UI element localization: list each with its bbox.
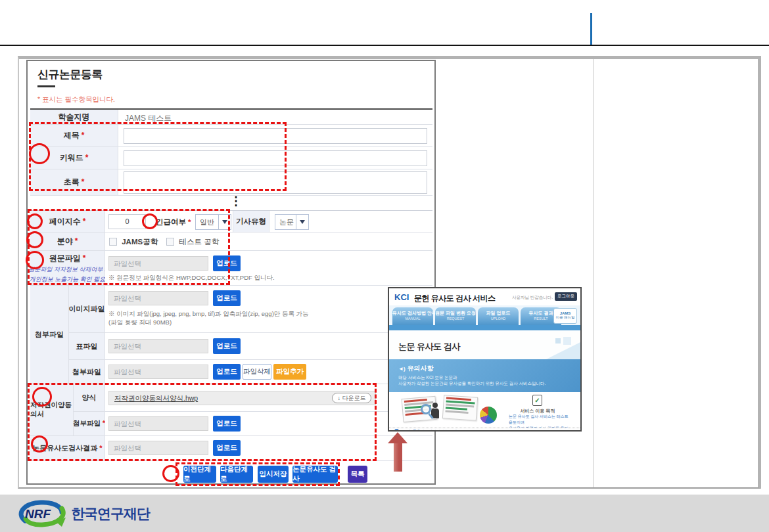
chevron-down-icon — [300, 220, 305, 224]
truncation-ellipsis: ⋮ — [230, 194, 242, 208]
annotation-box-middle-fields — [28, 209, 230, 285]
attach-file-label: 첨부파일 — [72, 367, 101, 377]
manual-page: 신규논문등록 * 표시는 필수항목입니다. 학술지명 JAMS 테스트 제목* … — [0, 0, 769, 532]
heading-underline — [37, 85, 55, 87]
red-arrow-up-icon — [388, 432, 408, 443]
attach-file-input[interactable]: 파일선택 — [108, 365, 208, 379]
pie-chart-icon — [480, 407, 497, 424]
list-button[interactable]: 목록 — [348, 466, 367, 483]
nrf-logo: NRF — [16, 499, 70, 528]
attachment-group-label: 첨부파일 — [30, 286, 69, 384]
panel-column-divider — [593, 59, 594, 487]
top-divider-line — [0, 45, 769, 46]
image-file-row: 이미지파일 파일선택 업로드 ※ 이미지 파일(jpg, jpeg, png, … — [69, 286, 432, 333]
tab-convert-request[interactable]: 원문 파일 변환 요청 REQUEST — [435, 307, 476, 325]
annotation-circle-similarity-result — [31, 435, 48, 453]
required-fields-note: * 표시는 필수항목입니다. — [37, 95, 115, 104]
info-icon: i — [394, 429, 399, 432]
popup-heading: 논문 유사도 검사 — [398, 341, 460, 353]
table-file-input[interactable]: 파일선택 — [108, 339, 208, 353]
table-upload-button[interactable]: 업로드 — [213, 338, 241, 354]
file-add-button[interactable]: 파일추가 — [273, 364, 306, 380]
header-accent-line — [590, 13, 592, 45]
article-type-value: 논문 — [275, 215, 296, 229]
annotation-circle-pages — [27, 213, 43, 229]
footer: NRF 한국연구재단 — [0, 495, 769, 532]
attach-file-row: 첨부파일 파일선택 업로드 파일삭제 파일추가 — [69, 360, 432, 384]
annotation-circle-urgency — [142, 213, 158, 229]
kci-similarity-popup: KCI 문헌 유사도 검사 서비스 사용자님 반갑습니다. 로그아웃 유사도 검… — [388, 287, 582, 432]
page-title: 신규논문등록 — [37, 67, 103, 82]
organization-name: 한국연구재단 — [71, 504, 150, 523]
article-type-select[interactable]: 논문 — [275, 214, 309, 230]
annotation-circle-keyword — [29, 143, 50, 164]
table-file-row: 표파일 파일선택 업로드 — [69, 333, 432, 360]
image-upload-button[interactable]: 업로드 — [213, 290, 241, 306]
notice-line-2: 사용자가 작성한 논문간의 유사성을 확인하기 위한 유사도 검사 서비스입니다… — [398, 381, 546, 387]
notice-line-1: 해당 서비스는 KCI 보유 논문과 — [398, 375, 457, 381]
annotation-box-copyright — [28, 383, 377, 461]
annotation-circle-field — [26, 231, 43, 248]
attach-upload-button[interactable]: 업로드 — [213, 364, 241, 380]
image-note-1: ※ 이미지 파일(jpg, jpeg, png, bmp, tif)과 압축파일… — [108, 310, 309, 319]
popup-tab-bar: 유사도 검사방법 안내 MANUAL 원문 파일 변환 요청 REQUEST 파… — [389, 305, 580, 325]
annotation-circle-copyright-form — [32, 387, 52, 407]
kci-intro-link[interactable]: KCI 논문유사도검사서비스 소개 — [401, 429, 457, 432]
popup-header: KCI 문헌 유사도 검사 서비스 사용자님 반갑습니다. 로그아웃 — [389, 288, 580, 305]
hero-decoration — [563, 337, 571, 345]
article-type-label: 기사유형 — [233, 211, 269, 232]
manual-button[interactable]: JAMS 이용 매뉴얼 — [553, 308, 577, 324]
annotation-circle-buttons — [162, 465, 179, 482]
journal-label: 학술지명 — [58, 112, 90, 123]
annotation-box-buttons — [175, 462, 340, 486]
hero-decoration — [555, 338, 561, 344]
checklist-icon: ✓ — [532, 395, 542, 406]
annotation-box-title-fields — [29, 122, 287, 191]
notice-banner: ◄)유의사항 해당 서비스는 KCI 보유 논문과 사용자가 작성한 논문간의 … — [389, 359, 580, 392]
speaker-icon: ◄) — [398, 366, 406, 372]
kci-logo: KCI — [394, 292, 409, 302]
file-delete-button[interactable]: 파일삭제 — [243, 364, 271, 380]
image-file-input[interactable]: 파일선택 — [108, 291, 208, 305]
notice-title: 유의사항 — [408, 365, 434, 372]
greeting-text: 사용자님 반갑습니다. — [512, 295, 553, 301]
logout-button[interactable]: 로그아웃 — [555, 292, 577, 301]
image-note-2: (파일 용량 최대 90MB) — [108, 319, 172, 327]
table-file-label: 표파일 — [76, 342, 98, 351]
tab-manual[interactable]: 유사도 검사방법 안내 MANUAL — [392, 307, 433, 325]
annotation-circle-manuscript — [26, 251, 44, 269]
popup-hero: 논문 유사도 검사 — [389, 330, 580, 359]
popup-body: ✓ 서비스 이용 목적 논문 유사도 검사 서비스는 테스트 용도이며 유사율이… — [389, 392, 580, 428]
document-illustration — [442, 395, 478, 421]
svg-text:NRF: NRF — [25, 507, 51, 521]
tab-file-upload[interactable]: 파일 업로드 UPLOAD — [478, 307, 519, 325]
popup-blue-strip — [389, 325, 580, 330]
person-icon — [432, 403, 438, 408]
red-arrow-shaft — [394, 442, 402, 472]
image-file-label: 이미지파일 — [69, 304, 105, 314]
popup-title: 문헌 유사도 검사 서비스 — [414, 293, 496, 304]
